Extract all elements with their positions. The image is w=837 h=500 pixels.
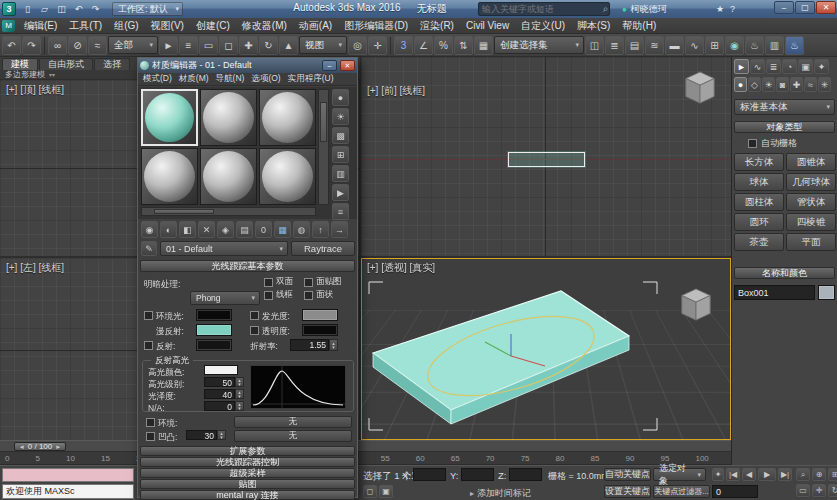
primitive-category-dropdown[interactable]: 标准基本体 [734, 99, 835, 115]
subtab-systems[interactable]: ✳ [818, 77, 831, 92]
reset-map-icon[interactable]: ✕ [198, 221, 215, 238]
select-object-icon[interactable]: ► [159, 36, 178, 55]
subtab-cameras[interactable]: ◙ [776, 77, 789, 92]
material-editor-icon[interactable]: ◉ [725, 36, 744, 55]
align-icon[interactable]: ≣ [605, 36, 624, 55]
button-plane[interactable]: 平面 [786, 233, 836, 251]
transparency-color-swatch[interactable] [302, 324, 338, 336]
ambient-color-swatch[interactable] [196, 309, 232, 321]
schematic-view-icon[interactable]: ⊞ [705, 36, 724, 55]
menu-navigation[interactable]: 导航(N) [216, 73, 245, 85]
unlink-selection-icon[interactable]: ⊘ [68, 36, 87, 55]
viewcube[interactable] [683, 69, 717, 107]
name-color-rollout[interactable]: 名称和颜色 [734, 267, 835, 279]
material-name-dropdown[interactable]: 01 - Default [160, 241, 288, 256]
set-key-button[interactable]: 设置关键点 [604, 485, 651, 498]
subtab-lights[interactable]: ☀ [762, 77, 775, 92]
ambient-checkbox[interactable] [144, 311, 153, 320]
button-cone[interactable]: 圆锥体 [786, 153, 836, 171]
orbit-icon[interactable]: ↻ [828, 484, 837, 497]
viewcube[interactable] [679, 286, 713, 324]
window-crossing-icon[interactable]: ◻ [219, 36, 238, 55]
tab-utilities[interactable]: ✦ [814, 59, 829, 74]
spinner-arrows-icon[interactable] [329, 339, 338, 351]
go-to-parent-icon[interactable]: ↑ [312, 221, 329, 238]
put-to-library-icon[interactable]: ▤ [236, 221, 253, 238]
sample-slot-1-active[interactable] [141, 89, 198, 146]
go-to-start-icon[interactable]: |◀ [726, 468, 740, 481]
open-file-icon[interactable]: ▱ [37, 2, 52, 16]
workspace-dropdown[interactable]: 工作区: 默认 [112, 2, 183, 16]
previous-frame-icon[interactable]: ◀ [742, 468, 756, 481]
button-sphere[interactable]: 球体 [734, 173, 784, 191]
bind-to-spacewarp-icon[interactable]: ≈ [88, 36, 107, 55]
minimize-button[interactable]: – [774, 1, 794, 14]
reflect-color-swatch[interactable] [196, 339, 232, 351]
two-sided-checkbox[interactable] [264, 278, 273, 287]
signin-area[interactable]: ● 柯晓德珂 [622, 2, 667, 16]
selection-filter-dropdown[interactable]: 全部 [108, 36, 158, 54]
ior-spinner[interactable]: 1.55 [290, 339, 338, 351]
angle-snap-icon[interactable]: ∠ [414, 36, 433, 55]
sample-slot-2[interactable] [200, 89, 257, 146]
rendered-frame-icon[interactable]: ▥ [765, 36, 784, 55]
viewport-front[interactable]: [+] [前] [线框] [361, 57, 731, 256]
object-type-rollout[interactable]: 对象类型 [734, 121, 835, 133]
auto-key-button[interactable]: 自动关键点 [604, 468, 651, 481]
subtab-shapes[interactable]: ◇ [748, 77, 761, 92]
tab-modify[interactable]: ∿ [750, 59, 765, 74]
new-scene-icon[interactable]: ▯ [20, 2, 35, 16]
sample-slot-5[interactable] [200, 148, 257, 205]
environment-map-button[interactable]: 无 [234, 416, 352, 428]
viewport-top-label[interactable]: [+] [顶] [线框] [6, 83, 64, 97]
transparency-checkbox[interactable] [250, 326, 259, 335]
redo-icon[interactable]: ↷ [88, 2, 103, 16]
close-button[interactable]: ✕ [340, 60, 355, 71]
spinner-arrows-icon[interactable] [217, 430, 226, 440]
faceted-checkbox[interactable] [304, 291, 313, 300]
go-to-end-icon[interactable]: ▶| [778, 468, 792, 481]
scene-explorer-icon[interactable]: ≋ [645, 36, 664, 55]
go-to-sibling-icon[interactable]: → [331, 221, 348, 238]
put-to-scene-icon[interactable]: ◐ [160, 221, 177, 238]
menu-options[interactable]: 选项(O) [251, 73, 280, 85]
maximize-button[interactable]: ▢ [795, 1, 815, 14]
y-coordinate-field[interactable] [461, 468, 494, 481]
options-icon[interactable]: ≡ [332, 203, 349, 220]
tab-display[interactable]: ▣ [798, 59, 813, 74]
menu-tools[interactable]: 工具(T) [63, 19, 108, 33]
app-logo-icon[interactable]: 3 [2, 2, 16, 16]
tab-motion[interactable]: ◔ [782, 59, 797, 74]
viewport-perspective[interactable]: [+] [透视] [真实] [361, 258, 731, 440]
spinner-snap-icon[interactable]: ⇅ [454, 36, 473, 55]
selected-objects-dropdown[interactable]: 选定对象 [653, 468, 706, 481]
menu-graph-editors[interactable]: 图形编辑器(D) [338, 19, 414, 33]
play-button-icon[interactable]: ▶ [758, 468, 776, 481]
spinner-arrows-icon[interactable] [235, 389, 244, 399]
diffuse-color-swatch[interactable] [196, 324, 232, 336]
raytrace-basic-params-rollout[interactable]: 光线跟踪基本参数 [140, 260, 355, 272]
menu-help[interactable]: 帮助(H) [616, 19, 662, 33]
viewport-perspective-label[interactable]: [+] [透视] [真实] [367, 261, 435, 275]
maps-rollout[interactable]: 贴图 [140, 479, 355, 489]
menu-utilities[interactable]: 实用程序(U) [288, 73, 334, 85]
pick-material-icon[interactable]: ✎ [141, 241, 157, 256]
luminosity-checkbox[interactable] [250, 311, 259, 320]
lock-selection-icon[interactable]: ▣ [379, 485, 393, 498]
box-object-3d[interactable] [361, 258, 731, 440]
wire-checkbox[interactable] [264, 291, 273, 300]
ribbon-toggle-icon[interactable]: ▬ [665, 36, 684, 55]
button-box[interactable]: 长方体 [734, 153, 784, 171]
menu-animation[interactable]: 动画(A) [293, 19, 338, 33]
face-map-checkbox[interactable] [304, 278, 313, 287]
spinner-arrows-icon[interactable] [235, 377, 244, 387]
bump-map-button[interactable]: 无 [234, 430, 352, 442]
subtab-spacewarps[interactable]: ≈ [804, 77, 817, 92]
zoom-extents-icon[interactable]: ⊞ [828, 468, 837, 481]
reflect-checkbox[interactable] [144, 341, 153, 350]
menu-group[interactable]: 组(G) [108, 19, 144, 33]
luminosity-color-swatch[interactable] [302, 309, 338, 321]
menu-scripting[interactable]: 脚本(S) [571, 19, 616, 33]
box-front-wireframe[interactable] [508, 152, 585, 167]
menu-civil-view[interactable]: Civil View [460, 20, 515, 31]
